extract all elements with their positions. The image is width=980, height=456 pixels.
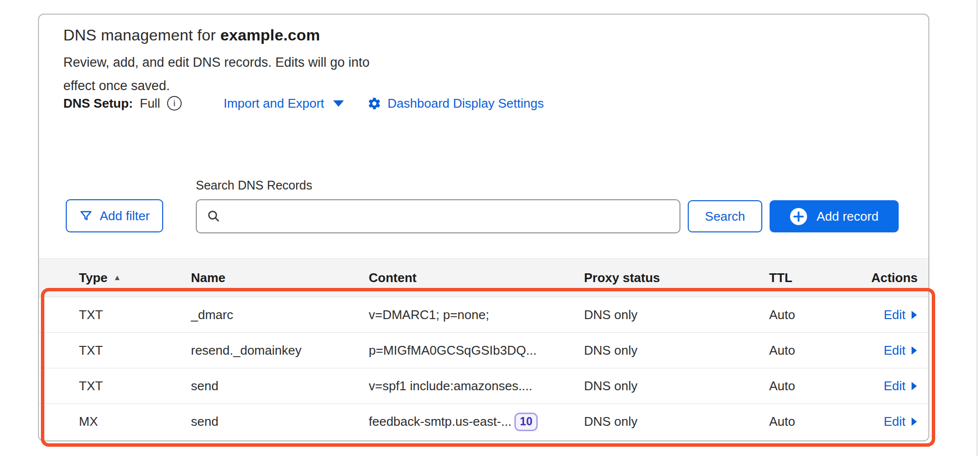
dns-setup-value: Full xyxy=(140,96,160,111)
record-actions: Edit xyxy=(884,307,918,323)
record-content: v=spf1 include:amazonses.... xyxy=(369,379,584,394)
record-content-text: v=spf1 include:amazonses.... xyxy=(369,379,532,394)
table-row: TXT resend._domainkey p=MIGfMA0GCSqGSIb3… xyxy=(39,333,928,368)
column-header-actions: Actions xyxy=(871,270,918,285)
record-type: TXT xyxy=(79,343,191,358)
dashboard-display-settings-label: Dashboard Display Settings xyxy=(388,96,544,111)
page-subtitle: Review, add, and edit DNS records. Edits… xyxy=(63,51,399,97)
record-proxy-status: DNS only xyxy=(584,307,769,323)
record-content-text: v=DMARC1; p=none; xyxy=(369,307,489,323)
edit-button-label: Edit xyxy=(884,379,905,394)
table-header-row: Type ▲ Name Content Proxy status TTL Act… xyxy=(39,258,928,297)
record-type: MX xyxy=(79,414,191,429)
record-ttl: Auto xyxy=(769,414,862,429)
edit-button[interactable]: Edit xyxy=(884,414,918,429)
edit-button-label: Edit xyxy=(884,307,905,323)
table-row: TXT _dmarc v=DMARC1; p=none; DNS only Au… xyxy=(39,297,928,333)
table-row: MX send feedback-smtp.us-east-... 10 DNS… xyxy=(39,404,928,439)
import-export-label: Import and Export xyxy=(224,96,324,111)
record-type: TXT xyxy=(79,307,191,323)
edit-button[interactable]: Edit xyxy=(884,343,918,358)
add-record-button[interactable]: Add record xyxy=(770,200,899,232)
window-edge xyxy=(977,0,978,456)
chevron-right-icon xyxy=(911,417,918,426)
record-ttl: Auto xyxy=(769,379,862,394)
add-filter-button[interactable]: Add filter xyxy=(66,199,163,232)
edit-button-label: Edit xyxy=(884,414,905,429)
record-name: send xyxy=(191,379,369,394)
record-name: resend._domainkey xyxy=(191,343,369,358)
edit-button-label: Edit xyxy=(884,343,905,358)
record-actions: Edit xyxy=(884,343,918,358)
record-content: p=MIGfMA0GCSqGSIb3DQ... xyxy=(369,343,584,358)
dashboard-display-settings-link[interactable]: Dashboard Display Settings xyxy=(367,96,544,111)
dns-table-body: TXT _dmarc v=DMARC1; p=none; DNS only Au… xyxy=(39,297,928,439)
dns-setup-row: DNS Setup: Full i Import and Export Dash… xyxy=(63,93,544,114)
record-content-text: feedback-smtp.us-east-... xyxy=(369,414,511,429)
edit-button[interactable]: Edit xyxy=(884,379,918,394)
chevron-right-icon xyxy=(911,346,918,355)
column-header-name[interactable]: Name xyxy=(191,270,369,285)
priority-badge: 10 xyxy=(514,413,538,431)
search-input[interactable] xyxy=(229,202,672,231)
column-header-proxy-status[interactable]: Proxy status xyxy=(584,270,769,285)
filter-icon xyxy=(79,209,93,223)
record-proxy-status: DNS only xyxy=(584,379,769,394)
record-content-text: p=MIGfMA0GCSqGSIb3DQ... xyxy=(369,343,537,358)
record-proxy-status: DNS only xyxy=(584,343,769,358)
page-title-prefix: DNS management for xyxy=(63,26,220,44)
record-actions: Edit xyxy=(884,379,918,394)
add-filter-label: Add filter xyxy=(100,209,150,224)
table-row: TXT send v=spf1 include:amazonses.... DN… xyxy=(39,368,928,404)
search-dns-records-label: Search DNS Records xyxy=(196,178,312,192)
record-name: _dmarc xyxy=(191,307,369,323)
record-proxy-status: DNS only xyxy=(584,414,769,429)
chevron-down-icon xyxy=(333,100,344,107)
search-input-wrapper xyxy=(196,199,680,233)
domain-name: example.com xyxy=(220,26,320,44)
plus-icon xyxy=(790,208,808,226)
search-button[interactable]: Search xyxy=(688,200,762,232)
record-content: feedback-smtp.us-east-... 10 xyxy=(369,413,584,431)
record-content: v=DMARC1; p=none; xyxy=(369,307,584,323)
page-title: DNS management for example.com xyxy=(63,26,320,44)
search-icon xyxy=(207,209,221,224)
column-header-ttl[interactable]: TTL xyxy=(769,270,862,285)
chevron-right-icon xyxy=(911,310,918,320)
sort-ascending-icon: ▲ xyxy=(113,273,121,282)
column-header-type[interactable]: Type ▲ xyxy=(79,270,191,285)
record-ttl: Auto xyxy=(769,307,862,323)
dns-management-page: DNS management for example.com Review, a… xyxy=(0,0,980,456)
gear-icon xyxy=(367,96,381,111)
column-header-content[interactable]: Content xyxy=(369,270,584,285)
record-ttl: Auto xyxy=(769,343,862,358)
info-icon[interactable]: i xyxy=(167,96,182,111)
import-export-button[interactable]: Import and Export xyxy=(224,96,344,111)
column-header-type-label: Type xyxy=(79,270,108,285)
dns-card: DNS management for example.com Review, a… xyxy=(38,14,929,441)
add-record-label: Add record xyxy=(816,209,878,224)
edit-button[interactable]: Edit xyxy=(884,307,918,323)
chevron-right-icon xyxy=(911,381,918,391)
record-name: send xyxy=(191,414,369,429)
record-actions: Edit xyxy=(884,414,918,429)
record-type: TXT xyxy=(79,379,191,394)
dns-records-table: Type ▲ Name Content Proxy status TTL Act… xyxy=(39,258,928,439)
dns-setup-label: DNS Setup: xyxy=(63,96,133,111)
